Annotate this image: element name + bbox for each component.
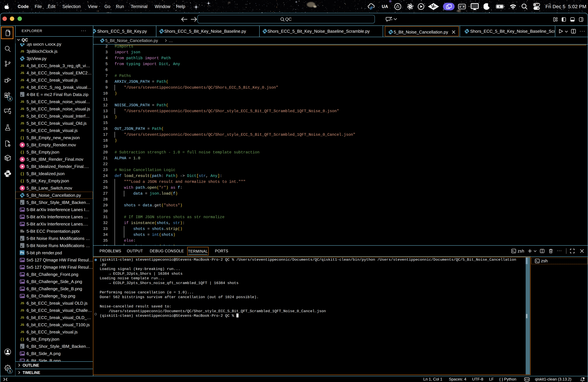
svg-text:⌘: ⌘ bbox=[462, 5, 465, 8]
